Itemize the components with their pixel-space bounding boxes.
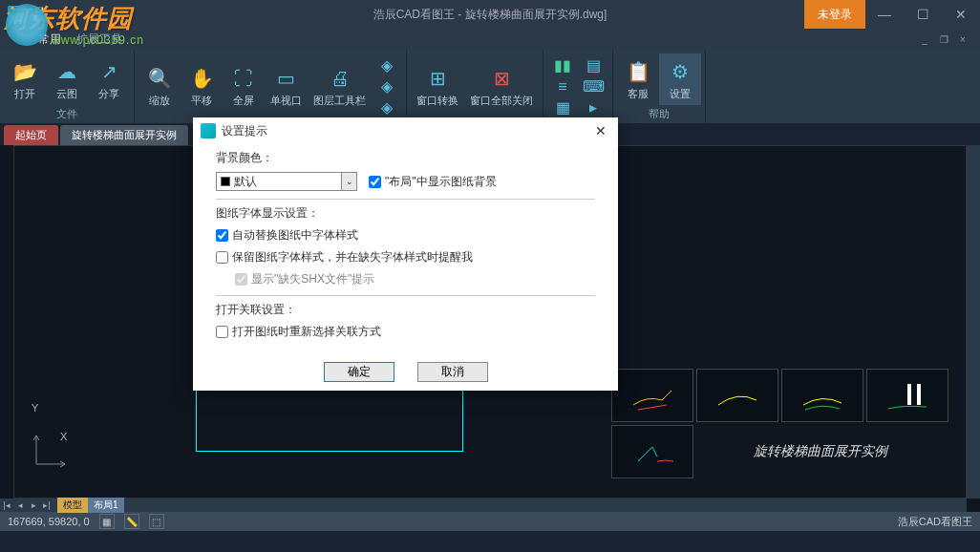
zoom-icon: 🔍 [146, 65, 173, 92]
thumbnail[interactable] [611, 425, 693, 478]
layer-small-2-icon[interactable]: ◈ [377, 78, 396, 96]
settings-dialog: 设置提示 ✕ 背景颜色： 默认 ⌄ "布局"中显示图纸背景 图纸字体显示设置： … [193, 117, 618, 391]
ribbon-win-close[interactable]: ⊠ 窗口全部关闭 [464, 53, 539, 119]
ribbon-layers[interactable]: 🖨 图层工具栏 [308, 53, 372, 119]
gear-icon: ⚙ [667, 58, 693, 85]
font-keep-checkbox[interactable]: 保留图纸字体样式，并在缺失字体样式时提醒我 [216, 249, 473, 265]
ribbon-share[interactable]: ↗ 分享 [88, 53, 130, 105]
scroll-next-icon[interactable]: ▸ [27, 499, 40, 512]
tab-layout1[interactable]: 布局1 [88, 498, 124, 513]
ribbon-win-switch[interactable]: ⊞ 窗口转换 [411, 53, 464, 119]
ribbon-fullscreen[interactable]: ⛶ 全屏 [223, 53, 265, 119]
share-icon: ↗ [96, 58, 122, 85]
ribbon-support[interactable]: 📋 客服 [617, 53, 659, 105]
ribbon-group-label-help: 帮助 [617, 105, 701, 123]
folder-open-icon: 📂 [11, 58, 38, 85]
ribbon-cloud[interactable]: ☁ 云图 [46, 53, 88, 105]
titlebar: 💾 浩辰CAD看图王 - 旋转楼梯曲面展开实例.dwg] 未登录 — ☐ ✕ [0, 0, 980, 29]
dialog-app-icon [201, 123, 216, 138]
ribbon-group-label-file: 文件 [4, 105, 130, 123]
key-icon[interactable]: ⌨ [584, 78, 603, 96]
assoc-label: 打开关联设置： [216, 302, 595, 318]
scrollbar-horizontal[interactable]: |◂ ◂ ▸ ▸| 模型 布局1 [0, 499, 967, 512]
minimize-button[interactable]: — [865, 0, 904, 29]
dialog-close-button[interactable]: ✕ [591, 123, 610, 138]
align-icon[interactable]: ≡ [553, 78, 572, 96]
layer-small-3-icon[interactable]: ◈ [377, 99, 396, 117]
misc-icon[interactable]: ▦ [553, 99, 572, 117]
window-title: 浩辰CAD看图王 - 旋转楼梯曲面展开实例.dwg] [373, 7, 607, 23]
status-box-icon[interactable]: ⬚ [149, 514, 164, 529]
save-icon[interactable]: 💾 [31, 7, 47, 22]
support-icon: 📋 [625, 58, 651, 85]
menu-common[interactable]: 常用 [38, 32, 61, 48]
dialog-titlebar[interactable]: 设置提示 ✕ [193, 117, 618, 144]
tab-document[interactable]: 旋转楼梯曲面展开实例 [60, 125, 188, 145]
login-button[interactable]: 未登录 [804, 0, 865, 29]
ribbon: 📂 打开 ☁ 云图 ↗ 分享 文件 🔍 缩放 ✋ 平移 [0, 50, 980, 124]
pause-icon[interactable]: ▮▮ [553, 57, 572, 74]
doc-icon[interactable]: ▤ [584, 57, 603, 74]
status-coords: 167669, 59820, 0 [8, 516, 90, 527]
maximize-button[interactable]: ☐ [904, 0, 942, 29]
menubar: 常用 扩展工具 _ ❐ × [0, 29, 980, 50]
layer-small-1-icon[interactable]: ◈ [377, 57, 396, 74]
window-switch-icon: ⊞ [424, 65, 451, 92]
menu-ext[interactable]: 扩展工具 [76, 32, 122, 48]
font-settings-label: 图纸字体显示设置： [216, 205, 595, 222]
font-auto-checkbox[interactable]: 自动替换图纸中字体样式 [216, 227, 358, 244]
ribbon-open[interactable]: 📂 打开 [4, 53, 46, 105]
app-icon [8, 6, 25, 23]
mini-restore-icon[interactable]: ❐ [936, 32, 951, 46]
tab-model[interactable]: 模型 [57, 498, 88, 513]
viewport-icon: ▭ [273, 65, 300, 92]
thumbnail[interactable] [866, 369, 948, 422]
status-brand: 浩辰CAD看图王 [898, 515, 972, 529]
thumbnail-title: 旋转楼梯曲面展开实例 [696, 425, 945, 478]
scroll-first-icon[interactable]: |◂ [0, 499, 13, 512]
close-button[interactable]: ✕ [942, 0, 980, 29]
layers-icon: 🖨 [327, 65, 353, 92]
svg-rect-1 [917, 384, 921, 405]
scroll-prev-icon[interactable]: ◂ [13, 499, 27, 512]
scrollbar-vertical[interactable] [967, 145, 980, 499]
mini-min-icon[interactable]: _ [917, 32, 932, 46]
statusbar: 167669, 59820, 0 ▦ 📏 ⬚ 浩辰CAD看图王 [0, 512, 980, 531]
thumbnail[interactable] [781, 369, 863, 422]
thumbnail[interactable] [611, 369, 693, 422]
ribbon-viewport[interactable]: ▭ 单视口 [265, 53, 308, 119]
ucs-icon: Y X [32, 431, 70, 471]
status-ruler-icon[interactable]: 📏 [124, 514, 139, 529]
ribbon-settings[interactable]: ⚙ 设置 [659, 53, 701, 105]
ribbon-zoom[interactable]: 🔍 缩放 [138, 53, 181, 119]
mini-close-icon[interactable]: × [955, 32, 970, 46]
tab-start[interactable]: 起始页 [4, 125, 58, 145]
bg-color-label: 背景颜色： [216, 150, 595, 166]
fullscreen-icon: ⛶ [230, 65, 257, 92]
thumbnail[interactable] [696, 369, 778, 422]
arrow-icon[interactable]: ▸ [584, 99, 603, 117]
ribbon-pan[interactable]: ✋ 平移 [181, 53, 223, 119]
cancel-button[interactable]: 取消 [417, 362, 488, 382]
layout-bg-checkbox[interactable]: "布局"中显示图纸背景 [369, 174, 497, 190]
scroll-last-icon[interactable]: ▸| [40, 499, 53, 512]
chevron-down-icon[interactable]: ⌄ [341, 173, 356, 190]
window-close-icon: ⊠ [488, 65, 515, 92]
cloud-icon: ☁ [53, 58, 80, 85]
assoc-checkbox[interactable]: 打开图纸时重新选择关联方式 [216, 324, 381, 340]
bg-color-select[interactable]: 默认 ⌄ [216, 172, 357, 191]
status-grid-icon[interactable]: ▦ [99, 514, 115, 529]
font-shx-checkbox: 显示"缺失SHX文件"提示 [235, 271, 374, 287]
dialog-title-text: 设置提示 [222, 123, 267, 139]
pan-icon: ✋ [188, 65, 215, 92]
svg-rect-0 [907, 384, 911, 405]
thumbnails-panel: 旋转楼梯曲面展开实例 [611, 369, 948, 478]
ok-button[interactable]: 确定 [324, 362, 394, 382]
